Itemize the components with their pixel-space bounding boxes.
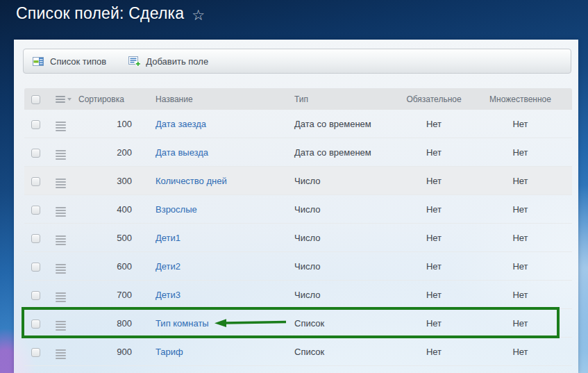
required-value: Нет	[399, 204, 469, 215]
required-value: Нет	[399, 119, 469, 129]
row-checkbox[interactable]	[31, 263, 40, 272]
type-value: Число	[288, 261, 399, 272]
type-value: Список	[288, 347, 399, 357]
type-value: Дата со временем	[288, 147, 399, 158]
table-body: 100 Дата заезда Дата со временем Нет Нет…	[24, 110, 572, 366]
sort-value: 300	[78, 176, 135, 186]
row-checkbox[interactable]	[31, 234, 40, 243]
list-types-icon	[33, 56, 44, 67]
required-value: Нет	[399, 261, 469, 272]
annotation-arrow-icon	[215, 318, 287, 328]
drag-handle-icon[interactable]	[56, 348, 66, 360]
drag-handle-icon[interactable]	[56, 234, 66, 247]
table-row: 600 Дети2 Число Нет Нет	[24, 252, 572, 281]
multiple-value: Нет	[469, 347, 572, 357]
table-row: 200 Дата выезда Дата со временем Нет Нет	[24, 138, 572, 167]
required-value: Нет	[399, 147, 469, 158]
multiple-value: Нет	[469, 290, 572, 300]
hamburger-icon	[56, 96, 65, 103]
multiple-value: Нет	[469, 261, 572, 272]
row-checkbox[interactable]	[31, 348, 40, 357]
table-row: 400 Взрослые Число Нет Нет	[24, 195, 572, 224]
drag-handle-icon[interactable]	[56, 291, 66, 304]
sort-value: 500	[78, 233, 135, 243]
add-field-icon	[128, 56, 140, 67]
sort-value: 600	[78, 261, 135, 272]
drag-handle-icon[interactable]	[56, 263, 66, 275]
multiple-value: Нет	[469, 233, 572, 243]
add-field-label: Добавить поле	[146, 56, 208, 67]
field-name-link[interactable]: Взрослые	[156, 204, 197, 215]
type-value: Число	[288, 176, 399, 186]
row-checkbox[interactable]	[31, 206, 40, 215]
field-name-link[interactable]: Количество дней	[156, 176, 227, 186]
type-value: Число	[288, 290, 399, 300]
field-name-link[interactable]: Тип комнаты	[156, 318, 209, 329]
header-type[interactable]: Тип	[288, 94, 399, 104]
header-sort[interactable]: Сортировка	[78, 94, 135, 104]
type-value: Список	[288, 318, 399, 329]
multiple-value: Нет	[469, 176, 572, 186]
multiple-value: Нет	[469, 147, 572, 158]
header-required[interactable]: Обязательное	[399, 94, 469, 104]
type-value: Число	[288, 233, 399, 243]
multiple-value: Нет	[469, 318, 572, 329]
required-value: Нет	[399, 347, 469, 357]
row-checkbox[interactable]	[31, 120, 40, 129]
page-header: Список полей: Сделка ☆	[16, 4, 205, 23]
chevron-down-icon	[67, 98, 72, 101]
table-row: 100 Дата заезда Дата со временем Нет Нет	[24, 110, 572, 138]
field-name-link[interactable]: Дети3	[156, 290, 180, 300]
type-value: Число	[288, 204, 399, 215]
select-all-checkbox[interactable]	[31, 95, 40, 104]
required-value: Нет	[399, 176, 469, 186]
multiple-value: Нет	[469, 119, 572, 129]
header-multiple[interactable]: Множественное	[469, 94, 572, 104]
required-value: Нет	[399, 290, 469, 300]
table-row: 900 Тариф Список Нет Нет	[24, 338, 572, 366]
required-value: Нет	[399, 233, 469, 243]
row-checkbox[interactable]	[31, 177, 40, 186]
sort-value: 700	[78, 290, 135, 300]
sort-value: 800	[78, 318, 135, 329]
table-row: 300 Количество дней Число Нет Нет	[24, 167, 572, 195]
header-name[interactable]: Название	[135, 94, 288, 104]
table-header-row: Сортировка Название Тип Обязательное Мно…	[24, 88, 572, 110]
sort-value: 100	[78, 119, 135, 129]
sort-value: 200	[78, 147, 135, 158]
list-types-button[interactable]: Список типов	[33, 56, 106, 67]
table-row-highlighted: 800 Тип комнаты Список Нет Нет	[24, 309, 572, 338]
fields-table: Сортировка Название Тип Обязательное Мно…	[24, 88, 572, 366]
row-checkbox[interactable]	[31, 320, 40, 329]
drag-handle-icon[interactable]	[56, 149, 66, 161]
field-name-link[interactable]: Дата заезда	[156, 119, 206, 129]
toolbar: Список типов Добавить поле	[23, 49, 571, 74]
drag-handle-icon[interactable]	[56, 177, 66, 190]
field-name-link[interactable]: Дети2	[156, 261, 180, 272]
field-name-link[interactable]: Дети1	[156, 233, 180, 243]
required-value: Нет	[399, 318, 469, 329]
type-value: Дата со временем	[288, 119, 399, 129]
table-row: 500 Дети1 Число Нет Нет	[24, 224, 572, 252]
list-types-label: Список типов	[50, 56, 106, 67]
drag-handle-icon[interactable]	[56, 320, 66, 332]
sort-value: 900	[78, 347, 135, 357]
drag-handle-icon[interactable]	[56, 120, 66, 133]
row-checkbox[interactable]	[31, 149, 40, 158]
drag-handle-icon[interactable]	[56, 206, 66, 218]
header-menu-icon[interactable]	[56, 96, 78, 103]
table-row: 700 Дети3 Число Нет Нет	[24, 281, 572, 309]
favorite-star-icon[interactable]: ☆	[192, 6, 205, 22]
field-name-link[interactable]: Тариф	[156, 347, 183, 357]
page-title: Список полей: Сделка	[16, 4, 184, 23]
content-panel: Список типов Добавить поле	[14, 40, 578, 373]
add-field-button[interactable]: Добавить поле	[128, 56, 208, 67]
field-name-link[interactable]: Дата выезда	[156, 147, 208, 158]
row-checkbox[interactable]	[31, 291, 40, 300]
multiple-value: Нет	[469, 204, 572, 215]
sort-value: 400	[78, 204, 135, 215]
